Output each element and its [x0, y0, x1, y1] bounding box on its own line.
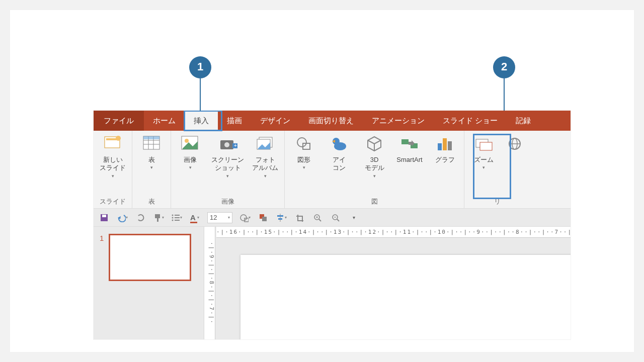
svg-rect-33 [480, 142, 492, 150]
svg-point-46 [172, 219, 174, 221]
new-slide-icon [103, 134, 123, 154]
svg-rect-29 [438, 143, 442, 150]
powerpoint-window: ファイル ホーム 挿入 描画 デザイン 画面切り替え アニメーション スライド … [94, 111, 571, 339]
font-size-input[interactable]: 12▾ [207, 212, 232, 223]
chart-icon [435, 134, 455, 154]
picture-icon [180, 134, 200, 154]
vertical-ruler: ·|·9·|·|·8·|·|·7·|· [204, 227, 215, 339]
screenshot-button[interactable]: + スクリーン ショット ▾ [211, 134, 244, 178]
svg-text:+: + [234, 143, 237, 148]
slide-thumbnail-1[interactable] [109, 234, 191, 281]
smartart-icon [399, 134, 420, 154]
callout-2-num: 2 [501, 60, 507, 73]
font-color-icon[interactable]: A▾ [189, 212, 200, 223]
zoom-out-icon[interactable] [330, 212, 341, 223]
tab-file-label: ファイル [104, 116, 134, 126]
quick-access-toolbar: ▾ ▾ ▾ A▾ 12▾ ▾ ▾ ▾ [94, 209, 571, 227]
group-illustrations: 図形 ▾ アイ コン 3D モデル ▾ [285, 131, 464, 208]
camera-icon: + [218, 134, 238, 154]
svg-point-48 [240, 215, 247, 221]
bullets-icon[interactable]: ▾ [171, 212, 182, 223]
zoom-button[interactable]: ズーム ▾ [469, 134, 498, 170]
workspace: 1 ·|·9·|·|·8·|·|·7·|· ·|·16·|··|·15·|··|… [94, 227, 571, 339]
chart-button[interactable]: グラフ [431, 134, 459, 164]
group-images: 画像 ▾ + スクリーン ショット ▾ フォト アルバ [171, 131, 285, 208]
group-tables: 表 ▾ 表 [132, 131, 171, 208]
icons-button[interactable]: アイ コン [325, 134, 353, 172]
pictures-button[interactable]: 画像 ▾ [176, 134, 204, 170]
svg-rect-38 [102, 215, 106, 217]
zoom-in-icon[interactable] [312, 212, 323, 223]
svg-point-10 [185, 139, 189, 143]
ribbon-tabbar: ファイル ホーム 挿入 描画 デザイン 画面切り替え アニメーション スライド … [94, 111, 571, 131]
svg-rect-8 [143, 136, 159, 139]
svg-rect-54 [278, 218, 282, 220]
redo-icon[interactable] [135, 212, 146, 223]
chevron-down-icon: ▾ [373, 173, 376, 178]
tab-slideshow[interactable]: スライド ショー [434, 111, 507, 131]
link-button[interactable] [505, 134, 525, 155]
shape-fill-icon[interactable]: ▾ [239, 212, 251, 223]
svg-rect-31 [448, 141, 452, 150]
chevron-down-icon: ▾ [264, 173, 267, 178]
callout-1-num: 1 [197, 60, 203, 73]
svg-point-42 [172, 214, 174, 216]
svg-rect-30 [443, 138, 447, 150]
tab-insert[interactable]: 挿入 [185, 111, 218, 131]
new-slide-button[interactable]: 新しい スライド ▾ [99, 134, 127, 178]
callout-1-stem [200, 78, 201, 111]
svg-marker-39 [118, 216, 121, 219]
svg-rect-47 [175, 220, 180, 221]
svg-line-56 [319, 219, 321, 221]
group-tables-label: 表 [137, 196, 166, 207]
chevron-down-icon: ▾ [112, 173, 114, 178]
photo-album-button[interactable]: フォト アルバム ▾ [251, 134, 279, 178]
group-illustrations-label: 図 [290, 196, 459, 207]
undo-icon[interactable]: ▾ [117, 212, 128, 223]
smartart-button[interactable]: SmartArt [395, 134, 424, 164]
svg-rect-53 [277, 215, 283, 217]
slide-canvas[interactable] [240, 255, 571, 339]
svg-rect-43 [175, 215, 180, 216]
tab-animations[interactable]: アニメーション [363, 111, 434, 131]
align-icon[interactable]: ▾ [276, 212, 287, 223]
format-painter-icon[interactable]: ▾ [153, 212, 164, 223]
chevron-down-icon: ▾ [150, 165, 153, 170]
customize-qat-icon[interactable]: ▾ [348, 212, 359, 223]
cube-icon [364, 134, 384, 154]
globe-icon [505, 134, 525, 154]
tab-home[interactable]: ホーム [144, 111, 185, 131]
shapes-icon [294, 134, 314, 154]
svg-rect-41 [157, 218, 158, 222]
zoom-icon [473, 134, 494, 154]
horizontal-ruler: ·|·16·|··|·15·|··|·14·|··|·13·|··|·12·|·… [216, 227, 571, 238]
group-links-label: リ [469, 196, 525, 207]
callout-1: 1 [189, 56, 211, 78]
svg-rect-26 [401, 139, 409, 144]
tab-transitions[interactable]: 画面切り替え [299, 111, 363, 131]
chevron-down-icon: ▾ [189, 165, 192, 170]
tab-file[interactable]: ファイル [94, 111, 144, 131]
svg-rect-51 [262, 217, 267, 221]
shapes-button[interactable]: 図形 ▾ [290, 134, 318, 170]
table-button[interactable]: 表 ▾ [137, 134, 166, 170]
group-slides-label: スライド [99, 196, 127, 207]
thumbnail-number: 1 [100, 234, 104, 281]
callout-2: 2 [493, 56, 515, 78]
tab-design[interactable]: デザイン [251, 111, 299, 131]
group-links: ズーム ▾ リ [464, 131, 530, 208]
svg-point-2 [116, 136, 121, 141]
tab-draw[interactable]: 描画 [218, 111, 251, 131]
chevron-down-icon: ▾ [482, 165, 485, 170]
crop-icon[interactable] [294, 212, 305, 223]
svg-rect-40 [155, 214, 160, 218]
album-icon [255, 134, 275, 154]
chevron-down-icon: ▾ [303, 165, 305, 170]
instruction-frame: 1 2 ファイル ホーム 挿入 描画 デザイン 画面切り替え アニメーション ス… [10, 10, 634, 352]
slide-canvas-area: ·|·9·|·|·8·|·|·7·|· ·|·16·|··|·15·|··|·1… [204, 227, 571, 339]
3d-models-button[interactable]: 3D モデル ▾ [360, 134, 388, 178]
save-icon[interactable] [99, 212, 110, 223]
group-slides: 新しい スライド ▾ スライド [94, 131, 132, 208]
tab-record[interactable]: 記録 [507, 111, 540, 131]
arrange-icon[interactable] [258, 212, 269, 223]
